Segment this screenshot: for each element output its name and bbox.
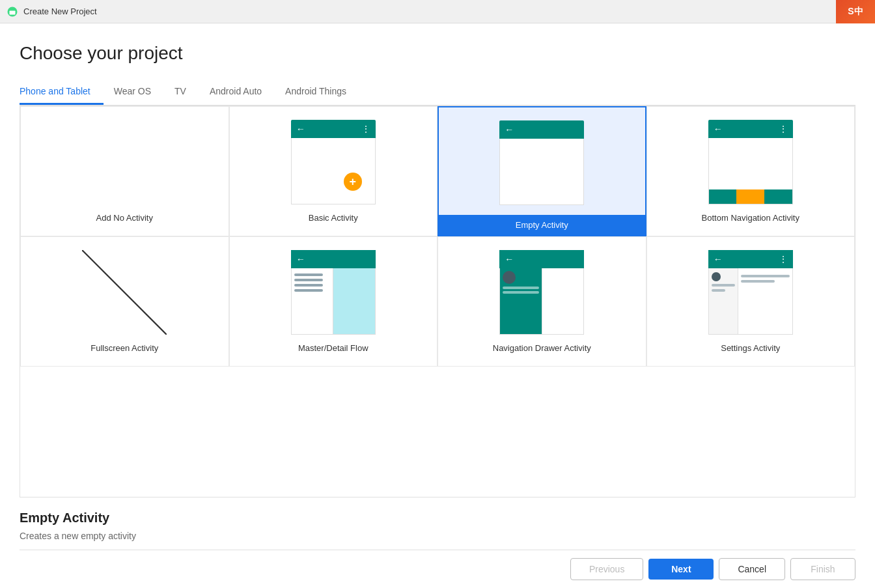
settings-sidebar (709, 268, 738, 334)
bottom-nav-item-2 (736, 189, 764, 204)
svg-rect-1 (10, 10, 16, 14)
back-arrow-icon: ← (505, 124, 514, 135)
bottom-nav-label: Bottom Navigation Activity (702, 206, 799, 223)
next-button[interactable]: Next (648, 559, 714, 580)
bottom-nav-item-3 (764, 189, 792, 204)
navigation-drawer-preview: ← (499, 250, 584, 335)
template-grid: Add No Activity ← ⋮ + Basic Activity (20, 105, 855, 497)
grid-item-bottom-nav[interactable]: ← ⋮ Bottom Navigation Activity (646, 106, 855, 236)
back-arrow-icon: ← (296, 124, 305, 134)
back-arrow-icon: ← (714, 124, 723, 134)
fab-icon: + (344, 173, 362, 191)
previous-button[interactable]: Previous (570, 558, 643, 580)
bottom-nav-preview: ← ⋮ (708, 120, 793, 204)
back-arrow-icon: ← (714, 254, 723, 264)
finish-button[interactable]: Finish (790, 558, 855, 580)
title-bar: Create New Project ✕ S中 (0, 0, 875, 23)
sogou-icon: S中 (836, 0, 875, 23)
android-icon (7, 6, 18, 18)
tab-bar: Phone and Tablet Wear OS TV Android Auto… (20, 79, 855, 105)
bottom-nav-bar (709, 189, 792, 204)
menu-icon: ⋮ (779, 124, 788, 134)
empty-activity-preview: ← (499, 120, 584, 205)
no-activity-preview (82, 120, 167, 204)
drawer-pane (500, 268, 542, 334)
grid-item-master-detail[interactable]: ← Master/Detail Flow (229, 236, 438, 367)
basic-activity-preview: ← ⋮ + (291, 120, 376, 204)
fullscreen-preview: ← ⛶ (82, 250, 167, 335)
navigation-drawer-label: Navigation Drawer Activity (493, 337, 591, 353)
detail-pane (333, 268, 375, 334)
bottom-nav-item-1 (709, 189, 737, 204)
fullscreen-label: Fullscreen Activity (90, 337, 158, 353)
tab-phone-tablet[interactable]: Phone and Tablet (20, 79, 104, 105)
page-title: Choose your project (20, 43, 855, 64)
description-title: Empty Activity (20, 511, 855, 525)
tab-android-auto[interactable]: Android Auto (210, 79, 275, 105)
grid-item-settings[interactable]: ← ⋮ Setting (646, 236, 855, 367)
settings-label: Settings Activity (721, 337, 780, 353)
empty-activity-label: Empty Activity (439, 215, 645, 235)
menu-icon: ⋮ (361, 124, 370, 134)
master-detail-label: Master/Detail Flow (298, 337, 368, 353)
master-list-pane (292, 268, 333, 334)
grid-item-empty-activity[interactable]: ← Empty Activity (438, 106, 646, 236)
content-pane (542, 268, 583, 334)
footer: Previous Next Cancel Finish (20, 550, 855, 588)
template-grid-inner: Add No Activity ← ⋮ + Basic Activity (20, 106, 855, 367)
master-detail-preview: ← (291, 250, 376, 335)
tab-android-things[interactable]: Android Things (285, 79, 359, 105)
title-bar-text: Create New Project (23, 7, 97, 16)
grid-item-fullscreen[interactable]: ← ⛶ Fullscreen Activity (20, 236, 229, 367)
no-activity-label: Add No Activity (96, 206, 153, 223)
settings-preview: ← ⋮ (708, 250, 793, 335)
diagonal-line (82, 250, 167, 335)
basic-activity-label: Basic Activity (309, 206, 358, 223)
grid-item-navigation-drawer[interactable]: ← Navigation Drawer Activity (438, 236, 646, 367)
main-content: Choose your project Phone and Tablet Wea… (0, 23, 875, 588)
settings-main (738, 268, 792, 334)
description-text: Creates a new empty activity (20, 531, 855, 541)
cancel-button[interactable]: Cancel (719, 558, 785, 580)
avatar (503, 271, 516, 284)
grid-item-basic-activity[interactable]: ← ⋮ + Basic Activity (229, 106, 438, 236)
grid-item-no-activity[interactable]: Add No Activity (20, 106, 229, 236)
dots-icon: ⋮ (779, 254, 788, 264)
back-arrow-icon: ← (296, 254, 305, 264)
tab-tv[interactable]: TV (174, 79, 199, 105)
description-area: Empty Activity Creates a new empty activ… (20, 497, 855, 550)
tab-wear-os[interactable]: Wear OS (114, 79, 164, 105)
back-arrow-icon: ← (505, 254, 514, 264)
